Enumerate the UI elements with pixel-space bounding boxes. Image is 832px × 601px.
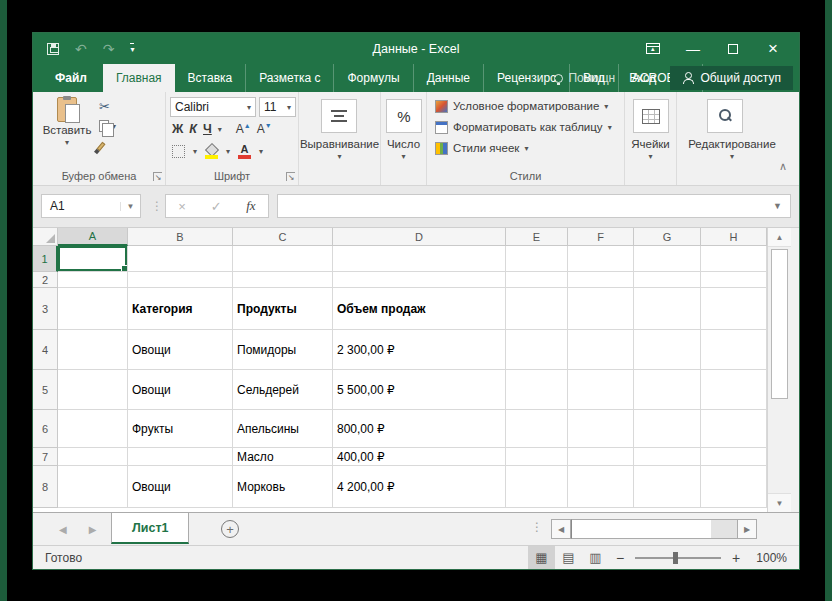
cell-H4[interactable] bbox=[701, 330, 767, 370]
font-dialog-launcher-icon[interactable]: ↘ bbox=[286, 172, 295, 181]
shrink-font-button[interactable]: А▼ bbox=[257, 122, 272, 136]
name-box-dropdown-icon[interactable]: ▼ bbox=[120, 202, 140, 211]
cell-D8[interactable]: 4 200,00 ₽ bbox=[333, 466, 506, 508]
cell-B5[interactable]: Овощи bbox=[128, 370, 233, 410]
conditional-formatting-button[interactable]: Условное форматирование▾ bbox=[435, 98, 612, 114]
row-header-6[interactable]: 6 bbox=[33, 410, 58, 448]
editing-button[interactable] bbox=[707, 99, 743, 133]
sign-in-link[interactable]: Вход bbox=[629, 71, 656, 85]
scroll-up-icon[interactable]: ▲ bbox=[768, 228, 791, 247]
tab-formulas[interactable]: Формулы bbox=[334, 64, 413, 92]
cell-G6[interactable] bbox=[634, 410, 701, 448]
tab-page-layout[interactable]: Разметка с bbox=[246, 64, 334, 92]
cell-E5[interactable] bbox=[506, 370, 568, 410]
copy-button[interactable]: ▾ bbox=[99, 119, 116, 133]
cancel-entry-icon[interactable]: × bbox=[178, 199, 186, 214]
row-header-8[interactable]: 8 bbox=[33, 466, 58, 508]
row-header-3[interactable]: 3 bbox=[33, 288, 58, 330]
paste-button[interactable]: Вставить ▾ bbox=[41, 97, 93, 147]
cell-B6[interactable]: Фрукты bbox=[128, 410, 233, 448]
column-header-B[interactable]: B bbox=[128, 228, 233, 246]
cell-A2[interactable] bbox=[58, 272, 128, 288]
vertical-scroll-thumb[interactable] bbox=[771, 249, 788, 399]
font-size-combo[interactable]: 11▾ bbox=[259, 97, 296, 117]
row-header-7[interactable]: 7 bbox=[33, 448, 58, 466]
tell-me-help[interactable]: Помощн bbox=[554, 71, 615, 85]
cell-F3[interactable] bbox=[568, 288, 634, 330]
page-layout-view-icon[interactable]: ▤ bbox=[555, 546, 582, 569]
cell-H2[interactable] bbox=[701, 272, 767, 288]
normal-view-icon[interactable]: ▦ bbox=[528, 546, 555, 569]
grow-font-button[interactable]: А▲ bbox=[236, 122, 251, 136]
cell-C2[interactable] bbox=[233, 272, 333, 288]
cell-G3[interactable] bbox=[634, 288, 701, 330]
paste-dropdown-icon[interactable]: ▾ bbox=[65, 138, 69, 147]
borders-dropdown-icon[interactable]: ▾ bbox=[193, 147, 197, 156]
name-box[interactable]: A1 ▼ bbox=[41, 194, 141, 218]
zoom-slider-thumb[interactable] bbox=[673, 552, 678, 564]
cell-G4[interactable] bbox=[634, 330, 701, 370]
cell-A8[interactable] bbox=[58, 466, 128, 508]
column-header-G[interactable]: G bbox=[634, 228, 701, 246]
cell-G5[interactable] bbox=[634, 370, 701, 410]
expand-formula-bar-icon[interactable]: ▼ bbox=[773, 201, 790, 211]
horizontal-scroll-track[interactable] bbox=[711, 519, 737, 539]
cell-E7[interactable] bbox=[506, 448, 568, 466]
cell-C1[interactable] bbox=[233, 246, 333, 272]
cell-C3[interactable]: Продукты bbox=[233, 288, 333, 330]
cell-B3[interactable]: Категория bbox=[128, 288, 233, 330]
cell-C8[interactable]: Морковь bbox=[233, 466, 333, 508]
select-all-corner[interactable] bbox=[33, 228, 58, 246]
cell-E6[interactable] bbox=[506, 410, 568, 448]
tab-insert[interactable]: Вставка bbox=[175, 64, 247, 92]
cell-H3[interactable] bbox=[701, 288, 767, 330]
cell-A3[interactable] bbox=[58, 288, 128, 330]
column-header-E[interactable]: E bbox=[506, 228, 568, 246]
cell-H5[interactable] bbox=[701, 370, 767, 410]
cell-C4[interactable]: Помидоры bbox=[233, 330, 333, 370]
cell-B7[interactable] bbox=[128, 448, 233, 466]
maximize-button[interactable] bbox=[713, 33, 753, 64]
cell-B2[interactable] bbox=[128, 272, 233, 288]
cell-B1[interactable] bbox=[128, 246, 233, 272]
clipboard-dialog-launcher-icon[interactable]: ↘ bbox=[153, 172, 162, 181]
cell-G7[interactable] bbox=[634, 448, 701, 466]
cell-F6[interactable] bbox=[568, 410, 634, 448]
row-header-2[interactable]: 2 bbox=[33, 272, 58, 288]
column-header-C[interactable]: C bbox=[233, 228, 333, 246]
zoom-out-icon[interactable]: − bbox=[609, 550, 631, 566]
cell-H8[interactable] bbox=[701, 466, 767, 508]
underline-button[interactable]: Ч bbox=[203, 122, 212, 136]
cell-E8[interactable] bbox=[506, 466, 568, 508]
number-format-button[interactable]: % bbox=[386, 99, 422, 133]
row-header-1[interactable]: 1 bbox=[33, 246, 58, 272]
ribbon-display-options-button[interactable] bbox=[633, 33, 673, 64]
cell-F8[interactable] bbox=[568, 466, 634, 508]
cell-E4[interactable] bbox=[506, 330, 568, 370]
font-color-dropdown-icon[interactable]: ▾ bbox=[259, 147, 263, 156]
minimize-button[interactable]: — bbox=[673, 33, 713, 64]
vertical-scrollbar[interactable]: ▲ ▼ bbox=[767, 228, 791, 512]
cell-H6[interactable] bbox=[701, 410, 767, 448]
zoom-slider[interactable] bbox=[635, 557, 721, 559]
cell-B4[interactable]: Овощи bbox=[128, 330, 233, 370]
fill-color-dropdown-icon[interactable]: ▾ bbox=[226, 147, 230, 156]
fill-color-icon[interactable] bbox=[205, 145, 218, 159]
prev-sheet-icon[interactable]: ◀ bbox=[59, 524, 67, 535]
column-header-F[interactable]: F bbox=[568, 228, 634, 246]
cell-C5[interactable]: Сельдерей bbox=[233, 370, 333, 410]
cell-E1[interactable] bbox=[506, 246, 568, 272]
cell-F5[interactable] bbox=[568, 370, 634, 410]
tab-data[interactable]: Данные bbox=[414, 64, 484, 92]
scroll-right-icon[interactable]: ▶ bbox=[737, 519, 757, 539]
cell-styles-button[interactable]: Стили ячеек▾ bbox=[435, 140, 612, 156]
page-break-view-icon[interactable]: ▥ bbox=[582, 546, 609, 569]
column-header-D[interactable]: D bbox=[333, 228, 506, 246]
cell-D1[interactable] bbox=[333, 246, 506, 272]
tab-file[interactable]: Файл bbox=[39, 64, 103, 92]
cell-B8[interactable]: Овощи bbox=[128, 466, 233, 508]
cell-D4[interactable]: 2 300,00 ₽ bbox=[333, 330, 506, 370]
font-color-icon[interactable]: А bbox=[238, 144, 251, 159]
borders-icon[interactable] bbox=[172, 145, 185, 158]
underline-dropdown-icon[interactable]: ▾ bbox=[218, 125, 222, 134]
